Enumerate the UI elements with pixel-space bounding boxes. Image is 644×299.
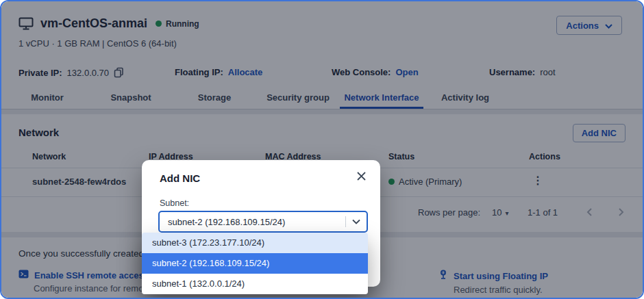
subnet-option-2[interactable]: subnet-2 (192.168.109.15/24) <box>142 253 368 274</box>
close-icon[interactable] <box>356 171 367 181</box>
vm-detail-page: vm-CentOS-anmai Running 1 vCPU · 1 GB RA… <box>0 0 644 299</box>
subnet-field-label: Subnet: <box>160 198 189 208</box>
subnet-select-value: subnet-2 (192.168.109.15/24) <box>160 217 345 227</box>
subnet-option-1[interactable]: subnet-1 (132.0.0.1/24) <box>142 274 368 294</box>
subnet-option-3[interactable]: subnet-3 (172.23.177.10/24) <box>142 233 368 253</box>
select-chevron-down-icon <box>346 219 367 224</box>
subnet-select[interactable]: subnet-2 (192.168.109.15/24) <box>158 211 368 233</box>
modal-title: Add NIC <box>160 172 200 184</box>
subnet-dropdown-list: subnet-3 (172.23.177.10/24) subnet-2 (19… <box>142 233 368 294</box>
